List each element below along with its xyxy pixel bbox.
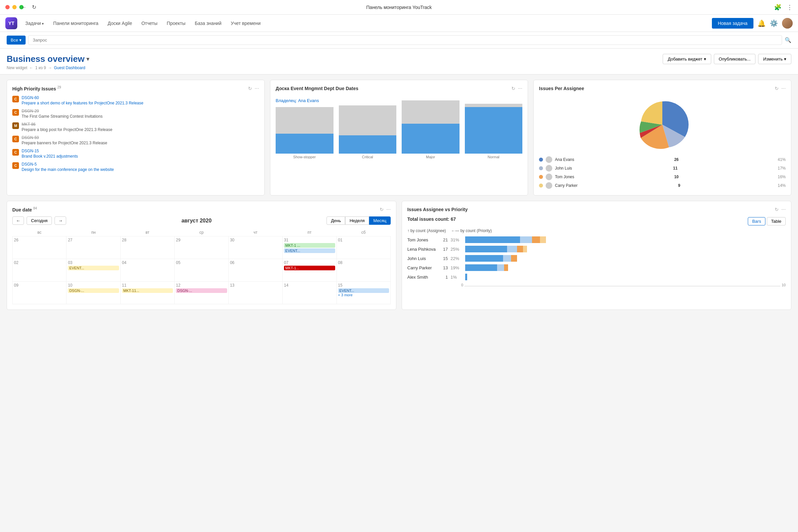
calendar-cell[interactable]: 15EVENT...+ 3 more <box>337 282 391 304</box>
search-button[interactable]: 🔍 <box>785 37 791 43</box>
month-view-button[interactable]: Месяц <box>369 216 391 225</box>
prev-month-button[interactable]: ← <box>12 216 24 225</box>
calendar-cell[interactable]: 28 <box>120 236 174 259</box>
nav-projects[interactable]: Проекты <box>163 19 190 28</box>
bell-icon[interactable]: 🔔 <box>757 19 766 27</box>
nav-knowledge-base[interactable]: База знаний <box>191 19 225 28</box>
calendar-cell[interactable]: 29 <box>174 236 228 259</box>
nav-reports[interactable]: Отчеты <box>137 19 161 28</box>
filter-button[interactable]: Все ▾ <box>7 36 25 44</box>
issue-badge: C <box>12 96 19 102</box>
puzzle-icon[interactable]: 🧩 <box>774 4 781 11</box>
search-input[interactable] <box>28 35 782 45</box>
refresh-icon[interactable]: ↻ <box>380 207 384 212</box>
calendar-event[interactable]: MKT-1 ... <box>284 243 335 248</box>
calendar-cell[interactable]: 10DSGN-... <box>66 282 120 304</box>
calendar-event[interactable]: DSGN-... <box>68 288 119 293</box>
calendar-cell[interactable]: 30 <box>228 236 282 259</box>
pie-chart <box>632 98 692 151</box>
add-widget-button[interactable]: Добавить виджет ▾ <box>663 54 711 64</box>
calendar-cell[interactable]: 01 <box>337 236 391 259</box>
calendar-event[interactable]: MKT-1... <box>284 266 335 270</box>
more-icon[interactable]: ⋮ <box>787 4 793 11</box>
table-button[interactable]: Table <box>767 217 786 225</box>
calendar-cell[interactable]: 14 <box>283 282 337 304</box>
more-options-icon[interactable]: ··· <box>781 86 786 92</box>
issue-id[interactable]: DSGN-5 <box>22 162 114 167</box>
bar-blue <box>402 124 459 154</box>
edit-button[interactable]: Изменить ▾ <box>758 54 791 64</box>
bar-grey <box>402 100 459 124</box>
more-options-icon[interactable]: ··· <box>255 86 259 92</box>
issue-content: DSGN-60 Prepare a short demo of key feat… <box>22 95 143 106</box>
calendar-cell[interactable]: 31MKT-1 ...EVENT... <box>283 236 337 259</box>
issue-pct: 22% <box>451 256 462 261</box>
nav-dashboards[interactable]: Панели мониторинга <box>49 19 102 28</box>
next-month-button[interactable]: → <box>55 216 66 225</box>
sort-priority[interactable]: ←— by count (Priority) <box>451 228 492 233</box>
more-options-icon[interactable]: ··· <box>518 86 522 92</box>
calendar-cell[interactable]: 05 <box>174 259 228 282</box>
refresh-icon[interactable]: ↻ <box>511 86 515 91</box>
calendar-date: 07 <box>284 260 335 265</box>
assignee-name: Alex Smith <box>407 274 437 280</box>
issue-id[interactable]: DSGN-15 <box>22 149 78 153</box>
issue-title[interactable]: Brand Book v.2021 adjustments <box>22 154 78 158</box>
dashboard-title-dropdown[interactable]: ▾ <box>87 56 89 62</box>
calendar-cell[interactable]: 26 <box>13 236 66 259</box>
calendar-event[interactable]: EVENT... <box>338 288 389 293</box>
user-avatar[interactable] <box>782 18 793 28</box>
calendar-event[interactable]: DSGN-... <box>176 288 227 293</box>
calendar-date: 01 <box>338 238 389 242</box>
publish-button[interactable]: Опубликовать... <box>714 54 756 64</box>
nav-time-tracking[interactable]: Учет времени <box>227 19 265 28</box>
bar-segment <box>465 236 520 243</box>
issue-id[interactable]: DSGN-60 <box>22 95 143 100</box>
calendar-cell[interactable]: 27 <box>66 236 120 259</box>
week-view-button[interactable]: Неделя <box>345 216 369 225</box>
assignee-name: Tom Jones <box>407 238 437 242</box>
nav-agile-boards[interactable]: Доски Agile <box>104 19 136 28</box>
bars-button[interactable]: Bars <box>748 217 765 225</box>
day-view-button[interactable]: День <box>326 216 345 225</box>
calendar-cell[interactable]: 04 <box>120 259 174 282</box>
today-button[interactable]: Сегодня <box>26 216 52 225</box>
guest-dashboard-link[interactable]: Guest Dashboard <box>54 65 85 70</box>
close-icon[interactable] <box>5 5 10 9</box>
minimize-icon[interactable] <box>12 5 17 9</box>
back-button[interactable]: ← <box>21 4 26 10</box>
refresh-icon[interactable]: ↻ <box>775 207 779 212</box>
more-options-icon[interactable]: ··· <box>386 207 391 212</box>
calendar-cell[interactable]: 02 <box>13 259 66 282</box>
calendar-cell[interactable]: 06 <box>228 259 282 282</box>
nav-tasks[interactable]: Задачи <box>21 19 48 28</box>
bar-label: Major <box>426 155 435 159</box>
legend-count: 9 <box>672 183 680 188</box>
refresh-icon[interactable]: ↻ <box>248 86 252 91</box>
settings-icon[interactable]: ⚙️ <box>770 19 778 27</box>
dashboard-header: Business overview ▾ New widget ← 1 из 9 … <box>0 49 798 75</box>
assignee-vs-priority-widget: Issues Assignee vs Priority ↻ ··· Total … <box>402 201 791 310</box>
issue-title[interactable]: Prepare a short demo of key features for… <box>22 101 143 106</box>
refresh-icon[interactable]: ↻ <box>775 86 779 91</box>
calendar-cell[interactable]: 13 <box>228 282 282 304</box>
calendar-cell[interactable]: 12DSGN-... <box>174 282 228 304</box>
reload-button[interactable]: ↻ <box>32 4 36 10</box>
calendar-event[interactable]: EVENT... <box>68 266 119 270</box>
calendar-cell[interactable]: 11MKT-11... <box>120 282 174 304</box>
legend-avatar <box>546 165 552 172</box>
sort-assignee[interactable]: ↑ by count (Assignee) <box>407 228 446 233</box>
issue-title[interactable]: Design for the main conference page on t… <box>22 167 114 172</box>
calendar-cell[interactable]: 08 <box>337 259 391 282</box>
calendar-cell[interactable]: 09 <box>13 282 66 304</box>
widget-header: High Priority Issues 29 ↻ ··· <box>12 86 259 92</box>
calendar-event[interactable]: EVENT... <box>284 248 335 253</box>
new-task-button[interactable]: Новая задача <box>712 18 754 28</box>
calendar-event[interactable]: MKT-11... <box>122 288 173 293</box>
calendar-cell[interactable]: 03EVENT... <box>66 259 120 282</box>
more-options-icon[interactable]: ··· <box>781 207 786 212</box>
calendar-date: 31 <box>284 238 335 242</box>
sort-labels: ↑ by count (Assignee) ←— by count (Prior… <box>407 228 786 233</box>
calendar-more-link[interactable]: + 3 more <box>338 293 389 297</box>
calendar-cell[interactable]: 07MKT-1... <box>283 259 337 282</box>
